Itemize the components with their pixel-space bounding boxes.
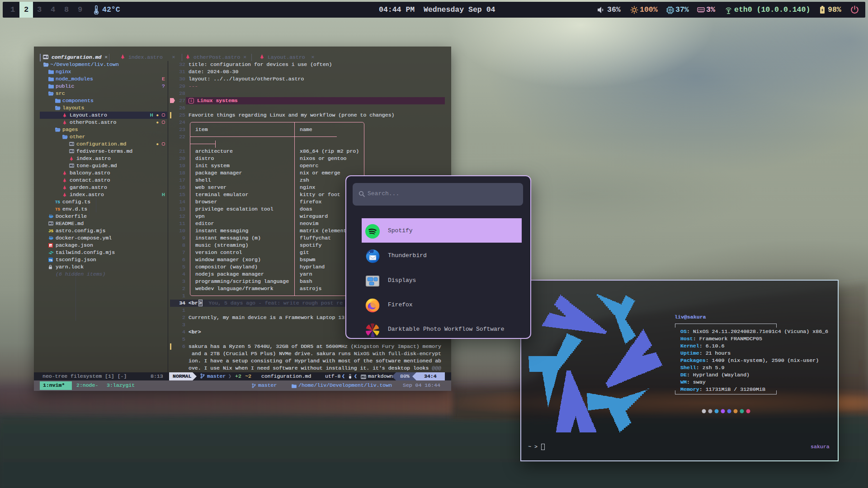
svg-text:TS: TS	[49, 259, 52, 262]
